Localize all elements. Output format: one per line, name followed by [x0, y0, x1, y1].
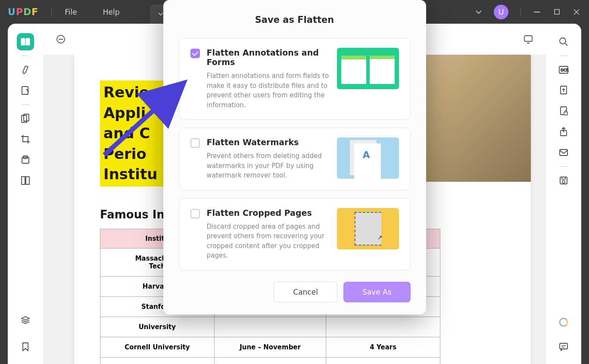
option-illustration — [337, 208, 399, 249]
option-title: Flatten Annotations and Forms — [207, 48, 330, 67]
option-title: Flatten Cropped Pages — [207, 208, 330, 218]
dialog-buttons: Cancel Save As — [179, 282, 411, 302]
option-flatten-annotations[interactable]: Flatten Annotations and Forms Flatten an… — [179, 38, 411, 120]
option-flatten-watermarks[interactable]: Flatten Watermarks Prevent others from d… — [179, 128, 411, 190]
option-illustration — [337, 48, 399, 89]
dialog-title: Save as Flatten — [179, 15, 411, 25]
option-flatten-cropped[interactable]: Flatten Cropped Pages Discard cropped ar… — [179, 198, 411, 271]
checkbox-watermarks[interactable] — [190, 138, 200, 148]
modal-overlay: Save as Flatten Flatten Annotations and … — [0, 0, 589, 364]
option-description: Flatten annotations and form fields to m… — [207, 71, 330, 110]
save-as-button[interactable]: Save As — [343, 282, 411, 302]
option-illustration — [337, 137, 399, 179]
save-flatten-dialog: Save as Flatten Flatten Annotations and … — [163, 0, 426, 314]
option-description: Discard cropped area of pages and preven… — [207, 222, 330, 261]
checkbox-cropped[interactable] — [190, 209, 200, 218]
option-description: Prevent others from deleting added water… — [207, 151, 330, 180]
cancel-button[interactable]: Cancel — [274, 282, 337, 302]
option-title: Flatten Watermarks — [207, 137, 330, 147]
checkbox-annotations[interactable] — [190, 49, 200, 58]
